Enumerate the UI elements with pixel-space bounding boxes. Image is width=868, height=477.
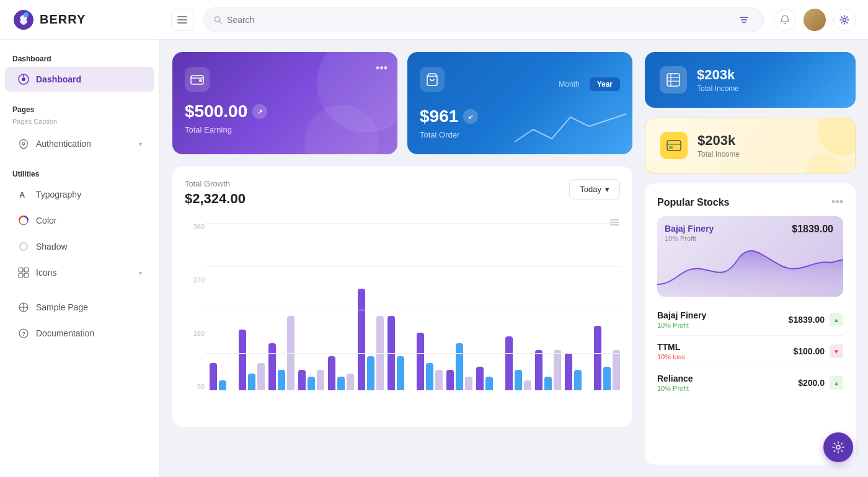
- bar-group-5: [358, 289, 384, 390]
- svg-rect-23: [24, 273, 29, 278]
- filter-icon: [739, 15, 749, 25]
- income-blue-info: $203k Total Income: [697, 67, 739, 93]
- stock-badge-0: ▲: [830, 313, 843, 326]
- growth-header: Total Growth $2,324.00 Today ▾: [185, 179, 620, 207]
- search-input[interactable]: [227, 15, 730, 25]
- grid-line-2: [205, 310, 620, 310]
- content-main: ••• $500.00 ↗ Total Earning: [172, 52, 632, 465]
- sidebar-section-utilities: Utilities: [0, 165, 159, 181]
- order-card-icon-box: [420, 67, 445, 92]
- bar-group-12: [565, 353, 590, 390]
- income-blue-icon-box: [660, 66, 687, 94]
- featured-stock-chart: Bajaj Finery 10% Profit $1839.00: [657, 216, 843, 297]
- sidebar-item-icons[interactable]: Icons ▾: [5, 260, 154, 285]
- header-right: [774, 9, 856, 31]
- stocks-more-button[interactable]: •••: [831, 196, 843, 209]
- featured-stock-profit: 10% Profit: [665, 235, 836, 242]
- svg-rect-41: [669, 146, 673, 149]
- sidebar-typography-label: Typography: [36, 190, 142, 199]
- typography-icon: A: [17, 188, 30, 201]
- stock-badge-1: ▼: [830, 344, 843, 358]
- today-button[interactable]: Today ▾: [569, 179, 620, 199]
- stock-right-2: $200.0▲: [798, 376, 843, 390]
- bar-group-10: [505, 336, 531, 390]
- tab-year[interactable]: Year: [590, 77, 620, 91]
- settings-button[interactable]: [833, 9, 856, 31]
- card-income-yellow: $203k Total Income: [645, 118, 856, 173]
- chevron-down-icon: ▾: [139, 141, 142, 147]
- sidebar-color-label: Color: [36, 216, 142, 225]
- card-total-earning: ••• $500.00 ↗ Total Earning: [172, 52, 397, 154]
- income-yellow-label: Total Income: [698, 150, 740, 159]
- growth-amount: $2,324.00: [185, 191, 246, 207]
- sidebar-item-shadow[interactable]: Shadow: [5, 234, 154, 259]
- featured-stock-wave: [657, 247, 843, 297]
- income-yellow-info: $203k Total Income: [698, 133, 740, 159]
- wallet-icon: [190, 72, 204, 86]
- svg-rect-2: [177, 16, 187, 17]
- bar-group-7: [417, 333, 443, 390]
- chevron-down-icon-today: ▾: [605, 185, 609, 194]
- sidebar-item-color[interactable]: Color: [5, 208, 154, 233]
- sidebar-item-authentication[interactable]: Authentication ▾: [5, 131, 154, 156]
- income-yellow-icon-box: [660, 132, 688, 159]
- tab-month[interactable]: Month: [551, 77, 587, 91]
- bar-group-1: [239, 330, 265, 390]
- y-axis: 360 270 180 90: [185, 217, 205, 390]
- card-total-order: Month Year $961 ↙ Total Order: [407, 52, 632, 154]
- gear-icon: [839, 15, 849, 25]
- chevron-down-icon-icons: ▾: [139, 269, 142, 276]
- avatar[interactable]: [804, 9, 826, 31]
- sidebar: Dashboard Dashboard Pages Pages Caption: [0, 40, 160, 477]
- logo-icon: [12, 9, 35, 31]
- stat-cards-row: ••• $500.00 ↗ Total Earning: [172, 52, 632, 154]
- svg-point-14: [22, 142, 25, 145]
- sidebar-item-sample-page[interactable]: Sample Page: [5, 295, 154, 320]
- sidebar-item-dashboard[interactable]: Dashboard: [5, 67, 154, 92]
- chart-menu-icon[interactable]: [609, 217, 620, 230]
- bar-group-11: [535, 350, 561, 390]
- stock-right-1: $100.00▼: [793, 344, 843, 358]
- content-right: $203k Total Income $203k Total In: [645, 52, 856, 465]
- grid-line-top: [205, 223, 620, 224]
- svg-text:?: ?: [22, 331, 26, 337]
- svg-rect-30: [199, 79, 202, 82]
- sidebar-shadow-label: Shadow: [36, 242, 142, 252]
- svg-text:A: A: [19, 190, 25, 199]
- bell-icon: [780, 15, 790, 25]
- stock-price-0: $1839.00: [789, 315, 825, 325]
- y-tick-90: 90: [185, 383, 205, 390]
- income-blue-amount: $203k: [697, 67, 739, 83]
- dashboard-icon: [17, 73, 30, 85]
- y-tick-180: 180: [185, 330, 205, 337]
- svg-point-42: [836, 445, 840, 449]
- bar-group-9: [476, 367, 502, 390]
- sidebar-item-documentation[interactable]: ? Documentation: [5, 321, 154, 346]
- growth-chart-area: 360 270 180 90: [185, 217, 620, 403]
- stock-info-1: TTML10% loss: [657, 342, 685, 361]
- earning-badge: ↗: [252, 104, 267, 119]
- svg-rect-4: [177, 22, 187, 24]
- bar-group-8: [446, 343, 472, 390]
- search-bar: [203, 7, 764, 32]
- earning-card-icon-box: [185, 67, 210, 92]
- fab-settings-button[interactable]: [823, 432, 853, 462]
- chart-bars: [210, 217, 620, 390]
- shopping-icon: [425, 72, 439, 86]
- filter-button[interactable]: [735, 10, 753, 30]
- svg-rect-22: [19, 273, 23, 278]
- bar-group-13: [594, 326, 620, 390]
- logo-area: BERRY: [12, 9, 161, 31]
- stock-info-2: Reliance10% Profit: [657, 374, 693, 392]
- earning-card-more-button[interactable]: •••: [376, 62, 388, 75]
- hamburger-icon: [177, 15, 187, 25]
- order-wave-chart: [508, 105, 632, 154]
- sidebar-item-typography[interactable]: A Typography: [5, 182, 154, 207]
- y-tick-270: 270: [185, 276, 205, 284]
- menu-button[interactable]: [171, 9, 193, 31]
- stock-price-1: $100.00: [793, 346, 825, 356]
- sidebar-icons-label: Icons: [36, 268, 133, 278]
- notification-button[interactable]: [774, 9, 796, 31]
- logo-text: BERRY: [40, 12, 86, 27]
- chart-with-labels: 360 270 180 90: [185, 217, 620, 390]
